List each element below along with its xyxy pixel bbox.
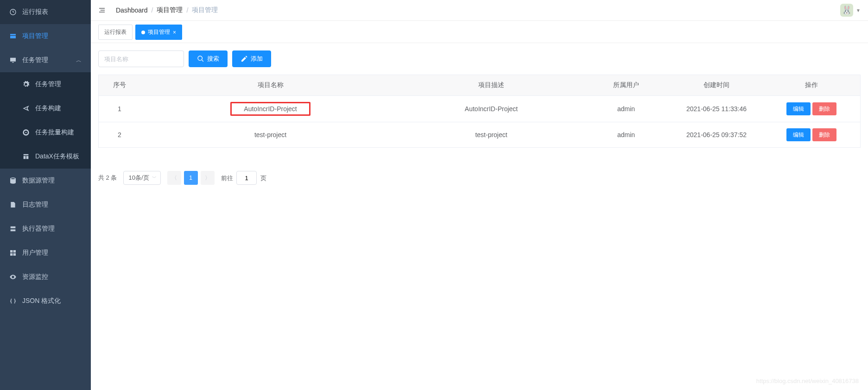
dashboard-icon — [9, 8, 17, 16]
chevron-down-icon: ﹀ — [152, 175, 157, 181]
table-header-row: 序号 项目名称 项目描述 所属用户 创建时间 操作 — [99, 75, 860, 96]
cell-time: 2021-06-25 09:37:52 — [670, 122, 763, 148]
th-user: 所属用户 — [582, 75, 670, 96]
sidebar-item-label: 数据源管理 — [22, 176, 55, 185]
page-size-select[interactable]: 10条/页 ﹀ — [123, 171, 160, 185]
tab-project[interactable]: 项目管理 × — [135, 25, 182, 40]
breadcrumb-root[interactable]: Dashboard — [116, 6, 148, 14]
grid-icon — [9, 249, 17, 257]
eye-icon — [9, 273, 17, 281]
sidebar-item-report[interactable]: 运行报表 — [0, 0, 91, 24]
th-desc: 项目描述 — [400, 75, 582, 96]
tab-report[interactable]: 运行报表 — [98, 25, 133, 40]
breadcrumb: Dashboard / 项目管理 / 项目管理 — [116, 6, 218, 14]
highlighted-name: AutoIncrID-Project — [230, 102, 310, 116]
header: Dashboard / 项目管理 / 项目管理 🐰 ▼ — [91, 0, 868, 21]
page-size-label: 10条/页 — [128, 174, 149, 182]
jump-prefix: 前往 — [221, 175, 233, 182]
delete-button[interactable]: 删除 — [812, 102, 836, 115]
cell-desc: test-project — [400, 122, 582, 148]
header-right: 🐰 ▼ — [840, 4, 861, 17]
tab-label: 运行报表 — [104, 28, 127, 36]
sidebar-item-label: 任务批量构建 — [35, 128, 74, 137]
breadcrumb-mid[interactable]: 项目管理 — [157, 6, 183, 14]
sidebar-item-task-build[interactable]: 任务构建 — [0, 96, 91, 120]
cell-seq: 1 — [99, 96, 140, 122]
sidebar: 运行报表 项目管理 任务管理 ︿ 任务管理 任务构建 任务批量构建 DataX任… — [0, 0, 91, 390]
edit-button[interactable]: 编辑 — [786, 102, 811, 115]
sidebar-item-label: JSON 格式化 — [22, 297, 61, 305]
template-icon — [22, 153, 30, 160]
doc-icon — [9, 201, 17, 208]
search-button-label: 搜索 — [207, 55, 219, 63]
th-action: 操作 — [763, 75, 860, 96]
sidebar-item-json[interactable]: JSON 格式化 — [0, 289, 91, 313]
avatar[interactable]: 🐰 — [840, 4, 853, 17]
executor-icon — [9, 225, 17, 233]
cell-seq: 2 — [99, 122, 140, 148]
sidebar-item-label: 日志管理 — [22, 201, 48, 209]
target-icon — [22, 129, 30, 136]
search-icon — [197, 55, 204, 63]
active-dot-icon — [141, 31, 145, 34]
sidebar-item-log[interactable]: 日志管理 — [0, 193, 91, 217]
pagination: 共 2 条 10条/页 ﹀ 〈 1 〉 前往 页 — [91, 162, 868, 194]
edit-button[interactable]: 编辑 — [786, 128, 811, 141]
cell-time: 2021-06-25 11:33:46 — [670, 96, 763, 122]
sidebar-item-task-batch[interactable]: 任务批量构建 — [0, 120, 91, 145]
page-nav: 〈 1 〉 — [167, 171, 215, 185]
sidebar-item-label: 项目管理 — [22, 32, 48, 40]
th-seq: 序号 — [99, 75, 140, 96]
caret-down-icon[interactable]: ▼ — [856, 8, 861, 13]
sidebar-item-label: 任务管理 — [35, 80, 61, 88]
cell-user: admin — [582, 122, 670, 148]
project-table: 序号 项目名称 项目描述 所属用户 创建时间 操作 1 AutoIncrID-P… — [99, 75, 860, 148]
cell-desc: AutoIncrID-Project — [400, 96, 582, 122]
project-name-input[interactable] — [98, 50, 184, 67]
sidebar-item-label: 任务构建 — [35, 104, 61, 113]
next-page-button[interactable]: 〉 — [201, 171, 215, 185]
add-button[interactable]: 添加 — [232, 50, 271, 67]
cell-action: 编辑 删除 — [763, 96, 860, 122]
sidebar-item-user[interactable]: 用户管理 — [0, 241, 91, 265]
setting-icon — [22, 81, 30, 88]
main-content: Dashboard / 项目管理 / 项目管理 🐰 ▼ 运行报表 项目管理 × — [91, 0, 868, 390]
database-icon — [9, 177, 17, 184]
th-time: 创建时间 — [670, 75, 763, 96]
sidebar-item-executor[interactable]: 执行器管理 — [0, 217, 91, 241]
project-icon — [9, 32, 17, 40]
sidebar-item-label: 运行报表 — [22, 8, 48, 16]
cell-action: 编辑 删除 — [763, 122, 860, 148]
hamburger-toggle[interactable] — [98, 6, 108, 15]
plane-icon — [22, 105, 30, 112]
cell-name: AutoIncrID-Project — [140, 96, 400, 122]
table-row: 2 test-project test-project admin 2021-0… — [99, 122, 860, 148]
jump-page-input[interactable] — [236, 171, 257, 185]
delete-button[interactable]: 删除 — [812, 128, 836, 141]
page-number-button[interactable]: 1 — [184, 171, 198, 185]
sidebar-item-datax-template[interactable]: DataX任务模板 — [0, 145, 91, 169]
sidebar-item-task-manage[interactable]: 任务管理 — [0, 72, 91, 96]
sidebar-item-label: 任务管理 — [22, 56, 48, 64]
sidebar-item-monitor[interactable]: 资源监控 — [0, 265, 91, 289]
prev-page-button[interactable]: 〈 — [167, 171, 181, 185]
sidebar-item-label: 用户管理 — [22, 249, 48, 257]
breadcrumb-current: 项目管理 — [192, 6, 218, 14]
hamburger-icon — [98, 6, 106, 14]
breadcrumb-sep: / — [186, 6, 188, 14]
search-button[interactable]: 搜索 — [189, 50, 228, 67]
code-icon — [9, 297, 17, 305]
sidebar-item-label: 资源监控 — [22, 273, 48, 281]
jump-to-page: 前往 页 — [221, 171, 266, 185]
tab-label: 项目管理 — [148, 28, 170, 36]
watermark: https://blog.csdn.net/weixin_40816738 — [756, 377, 859, 384]
sidebar-item-label: DataX任务模板 — [35, 152, 79, 161]
chevron-up-icon: ︿ — [76, 57, 82, 64]
sidebar-item-task-parent[interactable]: 任务管理 ︿ — [0, 48, 91, 72]
table-container: 序号 项目名称 项目描述 所属用户 创建时间 操作 1 AutoIncrID-P… — [98, 75, 861, 148]
table-row: 1 AutoIncrID-Project AutoIncrID-Project … — [99, 96, 860, 122]
monitor-icon — [9, 57, 17, 64]
sidebar-item-datasource[interactable]: 数据源管理 — [0, 169, 91, 193]
sidebar-item-project[interactable]: 项目管理 — [0, 24, 91, 48]
close-icon[interactable]: × — [173, 29, 176, 36]
